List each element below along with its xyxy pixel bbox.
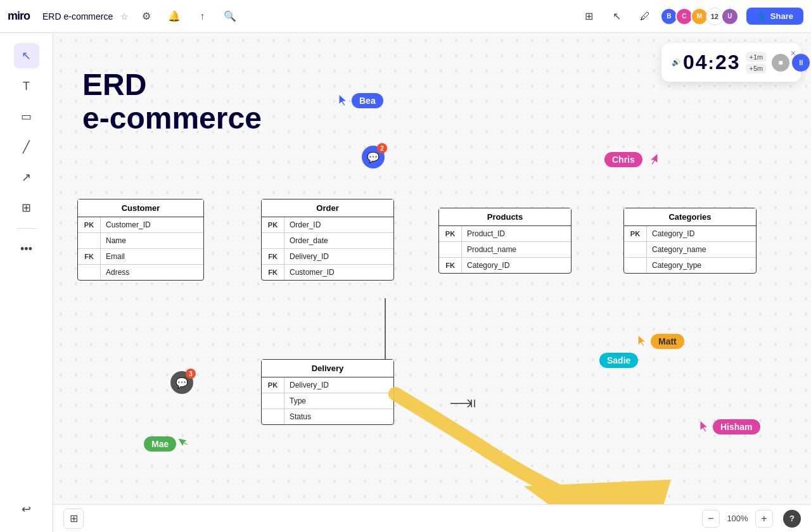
key-cell <box>78 233 101 248</box>
customer-table-header: Customer <box>78 200 203 217</box>
key-cell: PK <box>439 226 462 241</box>
timer-stop-button[interactable]: ■ <box>772 54 789 72</box>
field-cell: Type <box>284 393 393 408</box>
sticky-note-tool[interactable]: ▭ <box>14 104 39 129</box>
matt-label: Matt <box>651 334 684 349</box>
svg-marker-28 <box>178 434 190 448</box>
key-cell <box>624 258 647 273</box>
key-cell <box>262 393 284 408</box>
upload-icon[interactable]: ↑ <box>192 6 212 27</box>
sadie-label: Sadie <box>599 353 638 368</box>
pen-tool[interactable]: ╱ <box>14 134 39 160</box>
search-icon[interactable]: 🔍 <box>220 6 240 27</box>
document-title[interactable]: ERD e-commerce <box>42 11 113 22</box>
comment-bubble-2[interactable]: 💬 3 <box>170 371 193 394</box>
field-cell: Category_type <box>647 258 756 273</box>
bea-cursor-arrow <box>338 93 349 107</box>
field-cell: Adress <box>101 265 203 280</box>
key-cell: FK <box>78 249 101 264</box>
key-cell <box>78 265 101 280</box>
svg-marker-26 <box>650 153 658 165</box>
timer-plus1[interactable]: +1m <box>746 52 767 62</box>
title-line2: e-commerce <box>82 102 262 136</box>
key-cell: FK <box>262 265 284 280</box>
field-cell: Order_date <box>284 233 393 248</box>
table-row: FK Category_ID <box>439 258 571 273</box>
timer-sound-icon[interactable]: 🔊 <box>672 58 680 66</box>
mae-label: Mae <box>144 436 176 452</box>
settings-icon[interactable]: ⚙ <box>136 6 156 27</box>
key-cell <box>439 242 462 257</box>
zoom-out-button[interactable]: − <box>702 510 720 528</box>
share-button[interactable]: 👤 Share <box>746 8 803 25</box>
field-cell: Category_ID <box>647 226 756 241</box>
svg-marker-25 <box>339 94 347 106</box>
comment-badge-1: 2 <box>377 143 387 153</box>
table-row: PK Category_ID <box>624 226 756 242</box>
key-cell: PK <box>262 377 284 393</box>
table-row: FK Delivery_ID <box>262 249 393 265</box>
cursor-mae: Mae <box>144 436 190 452</box>
products-table-header: Products <box>439 208 571 226</box>
cursor-hisham: Hisham <box>699 419 760 434</box>
bottom-bar: ⊞ − 100% + ? <box>53 504 811 532</box>
undo-tool[interactable]: ↩ <box>14 497 39 522</box>
timer-close-button[interactable]: × <box>791 48 796 58</box>
cursor-bea: Bea <box>338 93 383 108</box>
more-tools[interactable]: ••• <box>14 236 39 262</box>
matt-cursor-arrow <box>637 334 648 348</box>
table-row: Adress <box>78 265 203 280</box>
pointer-icon[interactable]: 🖊 <box>635 6 655 27</box>
table-row: Status <box>262 409 393 424</box>
timer-plus5[interactable]: +5m <box>746 63 767 73</box>
grid-view-icon[interactable]: ⊞ <box>579 6 599 27</box>
key-cell <box>262 233 284 248</box>
cursor-mode-icon[interactable]: ↖ <box>607 6 627 27</box>
table-row: Type <box>262 393 393 409</box>
delivery-table-header: Delivery <box>262 360 393 377</box>
hisham-cursor-arrow <box>699 419 710 433</box>
table-row: PK Customer_ID <box>78 217 203 233</box>
sidebar-divider <box>16 228 37 229</box>
table-row: Product_name <box>439 242 571 258</box>
categories-table-body: PK Category_ID Category_name Category_ty… <box>624 226 756 273</box>
title-line1: ERD <box>82 68 262 102</box>
table-row: Category_type <box>624 258 756 273</box>
cursor-sadie: Sadie <box>599 353 638 368</box>
star-icon[interactable]: ☆ <box>120 11 129 22</box>
mae-cursor-arrow <box>176 432 193 450</box>
field-cell: Product_name <box>462 242 571 257</box>
products-table-body: PK Product_ID Product_name FK Category_I… <box>439 226 571 273</box>
help-button[interactable]: ? <box>783 510 801 528</box>
field-cell: Name <box>101 233 203 248</box>
zoom-in-button[interactable]: + <box>755 510 773 528</box>
products-table: Products PK Product_ID Product_name FK C… <box>438 208 572 274</box>
key-cell: FK <box>439 258 462 273</box>
panel-toggle-button[interactable]: ⊞ <box>63 509 84 529</box>
cursor-tool[interactable]: ↖ <box>14 43 39 68</box>
customer-table: Customer PK Customer_ID Name FK Email Ad… <box>77 199 204 281</box>
order-table: Order PK Order_ID Order_date FK Delivery… <box>261 199 394 281</box>
timer-seconds: 23 <box>715 51 741 74</box>
avatar-group: B C M 12 U <box>663 8 739 25</box>
cursor-chris: Chris <box>604 152 659 167</box>
bell-icon[interactable]: 🔔 <box>164 6 184 27</box>
text-tool[interactable]: T <box>14 73 39 99</box>
field-cell: Email <box>101 249 203 264</box>
key-cell: FK <box>262 249 284 264</box>
timer-minutes: 04 <box>683 51 708 74</box>
svg-line-21 <box>468 400 471 403</box>
comment-badge-2: 3 <box>186 369 196 379</box>
table-row: PK Product_ID <box>439 226 571 242</box>
key-cell: PK <box>262 217 284 232</box>
bea-label: Bea <box>352 93 383 108</box>
canvas[interactable]: ERD e-commerce 💬 2 💬 3 Bea Chris Matt Sa… <box>53 33 811 532</box>
comment-bubble-1[interactable]: 💬 2 <box>362 146 385 168</box>
field-cell: Product_ID <box>462 226 571 241</box>
table-row: FK Email <box>78 249 203 265</box>
frame-tool[interactable]: ⊞ <box>14 195 39 220</box>
delivery-table: Delivery PK Delivery_ID Type Status <box>261 359 394 425</box>
categories-table: Categories PK Category_ID Category_name … <box>623 208 757 274</box>
table-row: Category_name <box>624 242 756 258</box>
arrow-tool[interactable]: ↗ <box>14 165 39 190</box>
